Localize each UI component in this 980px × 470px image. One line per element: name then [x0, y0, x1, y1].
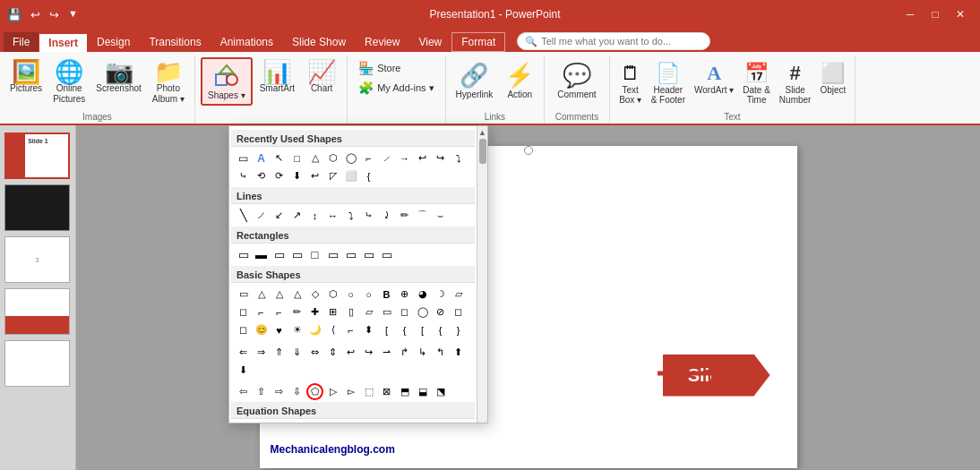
- shape-cell[interactable]: ▭: [324, 246, 341, 263]
- shape-cell[interactable]: ⇑: [271, 344, 288, 361]
- tab-file[interactable]: File: [4, 32, 39, 52]
- my-addins-btn[interactable]: 🧩 My Add-ins ▾: [353, 79, 439, 97]
- shape-cell[interactable]: ⇒: [253, 344, 270, 361]
- slide-thumb-5[interactable]: [4, 340, 70, 387]
- comment-btn[interactable]: 💬 Comment: [550, 59, 603, 110]
- slide-thumb-2[interactable]: [4, 184, 70, 231]
- search-input[interactable]: [541, 36, 702, 47]
- shape-cell[interactable]: ⊕: [396, 286, 413, 303]
- shape-cell[interactable]: ↔: [324, 207, 341, 224]
- shape-cell[interactable]: ↩: [306, 167, 323, 184]
- shape-cell[interactable]: ✚: [306, 303, 323, 320]
- tab-transitions[interactable]: Transitions: [140, 32, 210, 52]
- shape-cell[interactable]: ◯: [414, 303, 431, 320]
- tab-review[interactable]: Review: [356, 32, 408, 52]
- shape-cell[interactable]: }: [450, 321, 467, 338]
- shape-cell[interactable]: ⬔: [432, 383, 449, 400]
- shape-cell[interactable]: ◻: [235, 303, 252, 320]
- shape-cell[interactable]: ⬡: [324, 150, 341, 167]
- shape-cell[interactable]: ⌒: [414, 207, 431, 224]
- shape-cell[interactable]: ⌐: [271, 303, 288, 320]
- shape-cell[interactable]: ↰: [432, 344, 449, 361]
- header-footer-btn[interactable]: 📄 Header& Footer: [648, 59, 689, 107]
- close-btn[interactable]: ✕: [948, 4, 973, 24]
- slide-thumb-1[interactable]: Slide 1: [4, 132, 70, 179]
- shape-cell[interactable]: ▭: [342, 246, 359, 263]
- shape-cell[interactable]: ☽: [432, 286, 449, 303]
- shape-cell[interactable]: ↳: [414, 344, 431, 361]
- shape-cell[interactable]: ○: [360, 286, 377, 303]
- shape-cell[interactable]: ▷: [324, 383, 341, 400]
- shape-cell[interactable]: ◯: [342, 150, 359, 167]
- shape-cell[interactable]: ⇦: [235, 383, 252, 400]
- shape-cell[interactable]: ↕: [306, 207, 323, 224]
- shape-cell[interactable]: ⟨: [324, 321, 341, 338]
- shape-cell[interactable]: {: [360, 167, 377, 184]
- shape-cell[interactable]: ⟳: [271, 167, 288, 184]
- action-btn[interactable]: ⚡ Action: [501, 59, 538, 110]
- more-icon[interactable]: ▼: [68, 8, 78, 21]
- shape-cell[interactable]: ⇐: [235, 344, 252, 361]
- shape-cell[interactable]: ⌐: [360, 150, 377, 167]
- shape-cell[interactable]: ⤸: [378, 207, 395, 224]
- shape-cell[interactable]: ↖: [271, 150, 288, 167]
- shape-cell[interactable]: □: [288, 150, 305, 167]
- shape-cell[interactable]: ▭: [378, 246, 395, 263]
- shape-cell[interactable]: 🌙: [306, 321, 323, 338]
- pictures-btn[interactable]: 🖼️ Pictures: [5, 57, 47, 97]
- shape-cell[interactable]: ◻: [396, 303, 413, 320]
- object-btn[interactable]: ⬜ Object: [816, 59, 849, 98]
- photo-album-btn[interactable]: 📁 PhotoAlbum ▾: [148, 57, 189, 107]
- shape-cell[interactable]: ▭: [378, 303, 395, 320]
- shape-cell[interactable]: ╲: [235, 207, 252, 224]
- shape-cell[interactable]: ⇔: [306, 344, 323, 361]
- shape-cell[interactable]: ◇: [306, 286, 323, 303]
- screenshot-btn[interactable]: 📷 Screenshot: [91, 57, 146, 97]
- shape-cell[interactable]: ⤷: [235, 167, 252, 184]
- maximize-btn[interactable]: □: [923, 4, 948, 24]
- shape-cell[interactable]: ⇧: [253, 383, 270, 400]
- slide-thumb-4[interactable]: [4, 288, 70, 335]
- tab-design[interactable]: Design: [88, 32, 139, 52]
- shape-cell[interactable]: ⬜: [342, 167, 359, 184]
- shape-cell[interactable]: ⌣: [432, 207, 449, 224]
- shape-cell[interactable]: △: [271, 286, 288, 303]
- shape-cell[interactable]: ⇕: [324, 344, 341, 361]
- shape-cell[interactable]: ↩: [342, 344, 359, 361]
- wordart-btn[interactable]: A WordArt ▾: [691, 59, 737, 98]
- shape-cell[interactable]: ☀: [288, 321, 305, 338]
- undo-icon[interactable]: ↩: [30, 8, 40, 21]
- shape-cell[interactable]: ▯: [342, 303, 359, 320]
- shape-cell[interactable]: □: [306, 246, 323, 263]
- shape-cell[interactable]: ↗: [288, 207, 305, 224]
- shapes-btn[interactable]: Shapes ▾: [201, 57, 253, 106]
- minimize-btn[interactable]: ─: [898, 4, 923, 24]
- datetime-btn[interactable]: 📅 Date &Time: [739, 59, 774, 107]
- shape-cell[interactable]: ◸: [324, 167, 341, 184]
- shape-cell[interactable]: ▭: [271, 246, 288, 263]
- shapes-scrollbar[interactable]: ▲: [477, 126, 487, 423]
- shape-cell[interactable]: ⊠: [378, 383, 395, 400]
- shape-cell[interactable]: ▻: [342, 383, 359, 400]
- shape-cell[interactable]: ↪: [360, 344, 377, 361]
- shape-cell[interactable]: ▬: [253, 246, 270, 263]
- shape-cell[interactable]: △: [288, 286, 305, 303]
- shape-cell[interactable]: ○: [342, 286, 359, 303]
- slide-thumb-3[interactable]: 3: [4, 236, 70, 283]
- store-btn[interactable]: 🏪 Store: [353, 59, 439, 77]
- shape-cell[interactable]: ↩: [414, 150, 431, 167]
- shape-cell[interactable]: ⟋: [378, 150, 395, 167]
- save-icon[interactable]: 💾: [7, 8, 21, 21]
- chart-btn[interactable]: 📈 Chart: [302, 57, 341, 96]
- tab-format[interactable]: Format: [451, 32, 505, 52]
- shape-cell[interactable]: ⟲: [253, 167, 270, 184]
- scroll-up[interactable]: ▲: [478, 128, 486, 137]
- hyperlink-btn[interactable]: 🔗 Hyperlink: [451, 59, 498, 110]
- shape-cell[interactable]: ⬆: [450, 344, 467, 361]
- tab-insert[interactable]: Insert: [39, 32, 87, 52]
- shape-cell[interactable]: △: [253, 286, 270, 303]
- shape-cell[interactable]: ⊘: [432, 303, 449, 320]
- shape-cell-pentagon[interactable]: ⬠: [306, 383, 323, 400]
- shape-cell[interactable]: ▭: [235, 150, 252, 167]
- shape-cell[interactable]: [: [414, 321, 431, 338]
